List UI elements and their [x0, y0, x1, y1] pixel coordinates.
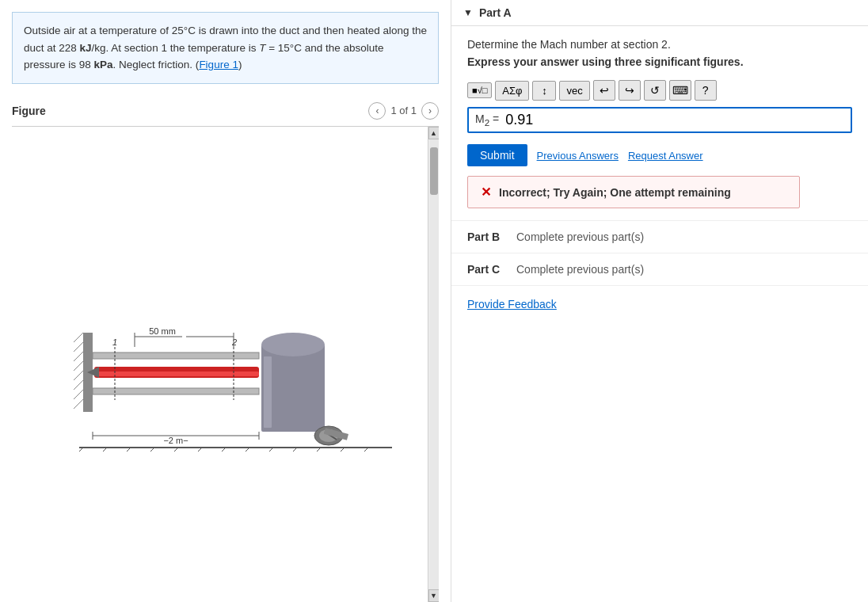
prev-figure-btn[interactable]: ‹	[368, 102, 386, 120]
undo-btn[interactable]: ↩	[593, 80, 615, 101]
figure-canvas: 1 2 50 mm	[12, 127, 439, 602]
part-c-text: Complete previous part(s)	[516, 263, 644, 276]
submit-button[interactable]: Submit	[467, 144, 527, 166]
part-c-label: Part C	[467, 263, 507, 276]
figure-scrollbar[interactable]: ▲ ▼	[428, 127, 439, 602]
answer-input-row: M2 =	[467, 107, 852, 133]
figure-link[interactable]: Figure 1	[199, 59, 238, 70]
figure-header: Figure ‹ 1 of 1 ›	[12, 96, 439, 127]
part-a-toggle[interactable]: ▼	[463, 7, 473, 18]
part-b-row: Part B Complete previous part(s)	[451, 221, 868, 253]
svg-point-24	[261, 333, 325, 356]
symbol-btn[interactable]: ΑΣφ	[495, 81, 529, 101]
refresh-btn[interactable]: ↺	[644, 80, 666, 101]
part-b-text: Complete previous part(s)	[516, 231, 644, 243]
arrows-btn[interactable]: ↕	[532, 81, 556, 101]
svg-rect-25	[264, 356, 272, 428]
figure-title: Figure	[12, 105, 46, 117]
answer-label: M2 =	[475, 112, 499, 128]
scroll-thumb[interactable]	[430, 147, 438, 195]
svg-text:2: 2	[231, 337, 237, 347]
svg-text:50 mm: 50 mm	[149, 326, 176, 336]
left-panel: Outside air at a temperature of 25°C is …	[0, 0, 451, 602]
figure-svg: 1 2 50 mm	[59, 277, 392, 452]
part-a-header: ▼ Part A	[451, 0, 868, 26]
figure-image: 1 2 50 mm	[12, 127, 439, 602]
part-c-row: Part C Complete previous part(s)	[451, 253, 868, 286]
error-icon: ✕	[481, 185, 491, 200]
help-btn[interactable]: ?	[695, 80, 717, 101]
redo-btn[interactable]: ↪	[619, 80, 641, 101]
scroll-up-arrow[interactable]: ▲	[428, 127, 440, 139]
page-indicator: 1 of 1	[390, 105, 417, 116]
feedback-section: Provide Feedback	[451, 286, 868, 322]
action-row: Submit Previous Answers Request Answer	[467, 144, 852, 166]
problem-text-box: Outside air at a temperature of 25°C is …	[12, 12, 439, 84]
part-a-content: Determine the Mach number at section 2. …	[451, 26, 868, 221]
figure-section: Figure ‹ 1 of 1 ›	[0, 96, 451, 602]
scroll-track	[429, 139, 439, 589]
svg-text:1: 1	[112, 337, 117, 347]
part-b-label: Part B	[467, 231, 507, 243]
previous-answers-button[interactable]: Previous Answers	[537, 150, 619, 162]
request-answer-button[interactable]: Request Answer	[628, 150, 703, 162]
math-toolbar: ■√□ ΑΣφ ↕ vec ↩ ↪ ↺ ⌨ ?	[467, 80, 852, 101]
answer-input[interactable]	[505, 112, 844, 128]
svg-rect-0	[59, 277, 392, 452]
error-box: ✕ Incorrect; Try Again; One attempt rema…	[467, 176, 800, 208]
express-text: Express your answer using three signific…	[467, 55, 852, 68]
error-text: Incorrect; Try Again; One attempt remain…	[499, 186, 731, 199]
scroll-down-arrow[interactable]: ▼	[428, 589, 440, 602]
svg-rect-13	[94, 371, 259, 376]
problem-text: Outside air at a temperature of 25°C is …	[24, 25, 427, 70]
part-a-label: Part A	[479, 6, 512, 19]
question-text: Determine the Mach number at section 2.	[467, 38, 852, 51]
figure-nav: ‹ 1 of 1 ›	[368, 102, 439, 120]
right-panel: ▼ Part A Determine the Mach number at se…	[451, 0, 868, 602]
svg-text:−2 m−: −2 m−	[163, 436, 188, 445]
provide-feedback-link[interactable]: Provide Feedback	[467, 298, 557, 311]
matrix-btn[interactable]: ■√□	[467, 82, 492, 98]
keyboard-btn[interactable]: ⌨	[669, 80, 691, 101]
next-figure-btn[interactable]: ›	[421, 102, 439, 120]
vec-btn[interactable]: vec	[559, 81, 589, 101]
